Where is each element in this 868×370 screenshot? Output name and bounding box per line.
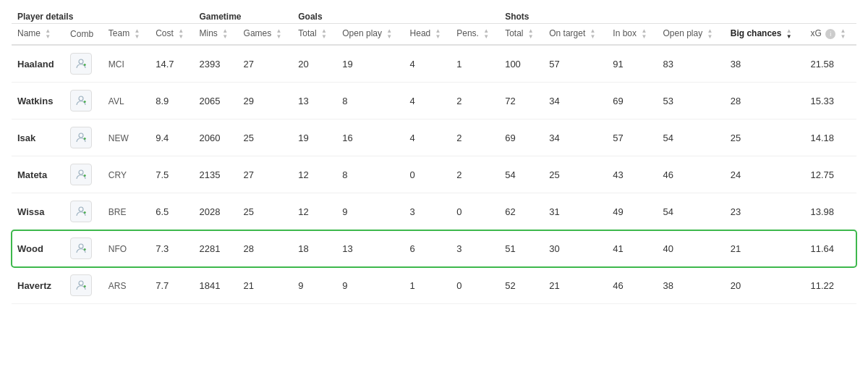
- add-player-button[interactable]: [70, 274, 92, 296]
- cell-games: 28: [238, 230, 293, 267]
- cell-open_play_shots: 46: [657, 156, 724, 193]
- cell-big_chances: 21: [725, 230, 805, 267]
- cell-team: NEW: [103, 119, 150, 156]
- col-on-target[interactable]: On target ▲▼: [543, 24, 607, 46]
- col-head[interactable]: Head ▲▼: [404, 24, 451, 46]
- cell-head: 1: [404, 267, 451, 304]
- cell-pens: 2: [451, 83, 499, 119]
- team-label: NEW: [109, 133, 129, 143]
- cell-total_goals: 19: [292, 119, 336, 156]
- table-row: Wood NFO7.3228128181363513041402111.64: [12, 230, 856, 267]
- cell-comb: [64, 45, 103, 83]
- cell-comb: [64, 193, 103, 230]
- cell-comb: [64, 119, 103, 156]
- team-label: BRE: [109, 207, 127, 217]
- cell-mins: 2393: [194, 45, 238, 83]
- cell-total_goals: 18: [292, 230, 336, 267]
- col-mins[interactable]: Mins ▲▼: [194, 24, 238, 46]
- table-row: Isak NEW9.4206025191642693457542514.18: [12, 119, 856, 156]
- cell-xg: 14.18: [805, 119, 856, 156]
- col-games[interactable]: Games ▲▼: [238, 24, 293, 46]
- cell-pens: 2: [451, 119, 499, 156]
- cell-open_play_shots: 53: [657, 83, 724, 119]
- sort-icon-cost: ▲▼: [178, 28, 184, 40]
- cell-total_goals: 9: [292, 267, 336, 304]
- cell-in_box: 46: [607, 267, 657, 304]
- add-player-button[interactable]: [70, 201, 92, 222]
- col-open-play-shots[interactable]: Open play ▲▼: [657, 24, 724, 46]
- cell-open_play: 13: [336, 230, 404, 267]
- cell-open_play: 8: [336, 156, 404, 193]
- add-player-button[interactable]: [70, 127, 92, 148]
- svg-point-3: [79, 96, 83, 101]
- cell-mins: 2028: [194, 193, 238, 230]
- cell-pens: 1: [451, 45, 499, 83]
- cell-open_play: 9: [336, 193, 404, 230]
- sort-icon-mins: ▲▼: [222, 28, 228, 40]
- cell-total_shots: 69: [499, 119, 543, 156]
- cell-xg: 13.98: [805, 193, 856, 230]
- cell-in_box: 49: [607, 193, 657, 230]
- cell-xg: 11.22: [805, 267, 856, 304]
- svg-point-15: [79, 244, 83, 248]
- cell-on_target: 30: [543, 230, 607, 267]
- add-player-button[interactable]: [70, 90, 92, 112]
- cell-xg: 15.33: [805, 83, 856, 119]
- cell-head: 4: [404, 45, 451, 83]
- cell-total_shots: 54: [499, 156, 543, 193]
- cell-head: 4: [404, 83, 451, 119]
- cell-open_play_shots: 54: [657, 193, 724, 230]
- svg-point-0: [79, 59, 83, 64]
- col-total-goals[interactable]: Total ▲▼: [292, 24, 336, 46]
- cell-head: 4: [404, 119, 451, 156]
- sort-icon-xg: ▲▼: [841, 28, 846, 40]
- cell-open_play: 16: [336, 119, 404, 156]
- col-comb[interactable]: Comb: [64, 24, 103, 46]
- col-team[interactable]: Team ▲▼: [103, 24, 150, 46]
- cell-games: 25: [238, 119, 293, 156]
- sort-icon-on-target: ▲▼: [590, 28, 596, 40]
- cell-cost: 6.5: [150, 193, 193, 230]
- add-player-button[interactable]: [70, 53, 92, 75]
- cell-open_play: 8: [336, 83, 404, 119]
- sort-icon-name: ▲▼: [45, 28, 51, 40]
- cell-pens: 2: [451, 156, 499, 193]
- cell-name: Mateta: [12, 156, 64, 193]
- col-open-play[interactable]: Open play ▲▼: [336, 24, 404, 46]
- xg-info-icon[interactable]: i: [825, 29, 835, 39]
- col-total-shots[interactable]: Total ▲▼: [499, 24, 543, 46]
- cell-total_shots: 72: [499, 83, 543, 119]
- sort-icon-open-play: ▲▼: [386, 28, 392, 40]
- sort-icon-pens: ▲▼: [483, 28, 489, 40]
- cell-total_goals: 12: [292, 193, 336, 230]
- col-in-box[interactable]: In box ▲▼: [607, 24, 657, 46]
- col-pens[interactable]: Pens. ▲▼: [451, 24, 499, 46]
- cell-mins: 2065: [194, 83, 238, 119]
- col-name[interactable]: Name ▲▼: [12, 24, 64, 46]
- add-player-button[interactable]: [70, 164, 92, 185]
- cell-open_play_shots: 83: [657, 45, 724, 83]
- cell-on_target: 31: [543, 193, 607, 230]
- sort-icon-total-shots: ▲▼: [528, 28, 534, 40]
- cell-open_play_shots: 54: [657, 119, 724, 156]
- cell-team: MCI: [103, 45, 150, 83]
- team-label: CRY: [109, 170, 127, 180]
- cell-team: BRE: [103, 193, 150, 230]
- add-player-button[interactable]: [70, 237, 92, 259]
- cell-name: Haaland: [12, 45, 64, 83]
- col-big-chances[interactable]: Big chances ▲▼: [725, 24, 805, 46]
- team-label: AVL: [109, 96, 124, 106]
- col-cost[interactable]: Cost ▲▼: [150, 24, 193, 46]
- cell-head: 0: [404, 156, 451, 193]
- cell-big_chances: 25: [725, 119, 805, 156]
- cell-big_chances: 28: [725, 83, 805, 119]
- cell-open_play: 9: [336, 267, 404, 304]
- cell-mins: 2135: [194, 156, 238, 193]
- svg-point-12: [79, 207, 83, 211]
- col-xg[interactable]: xG i ▲▼: [805, 24, 856, 46]
- table-row: Havertz ARS7.71841219910522146382011.22: [12, 267, 856, 304]
- team-label: MCI: [109, 59, 124, 70]
- stats-table-container: Player details Gametime Goals Shots Name…: [0, 0, 868, 313]
- cell-comb: [64, 267, 103, 304]
- cell-team: CRY: [103, 156, 150, 193]
